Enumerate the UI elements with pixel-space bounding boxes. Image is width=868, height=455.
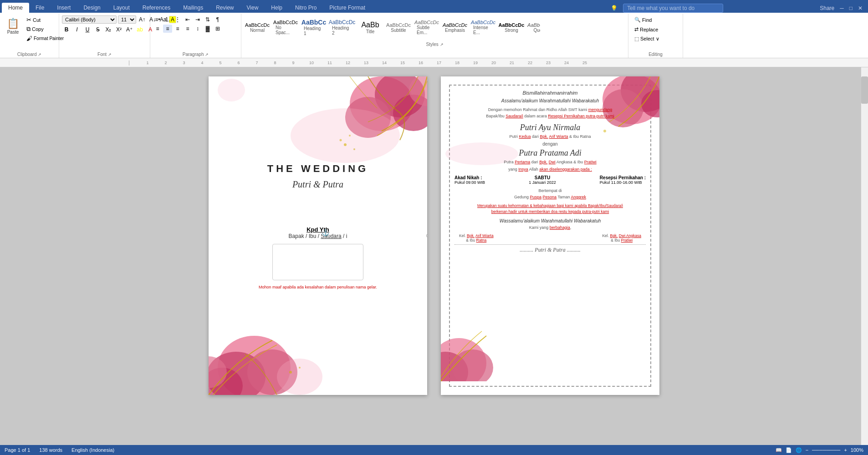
replace-button[interactable]: ⇄ Replace (631, 25, 661, 34)
numbering-button[interactable]: 1. (163, 15, 172, 24)
page1-content: THE WEDDING Putri & Putra Kpd Yth Bapak … (209, 76, 427, 395)
bertempat: Bertempat di (450, 188, 650, 193)
minimize-icon[interactable]: ─ (840, 5, 844, 11)
underline-button[interactable]: U (83, 25, 92, 34)
editing-label: Editing (631, 52, 680, 58)
line-spacing-button[interactable]: ↕ (193, 25, 202, 33)
justify-button[interactable]: ≡ (183, 25, 192, 33)
language: English (Indonesia) (71, 447, 114, 453)
tab-file[interactable]: File (29, 3, 51, 13)
p1-wedding-title: THE WEDDING (209, 163, 427, 175)
dengan-text: Dengan memohon Rahmat dan Ridho Allah SW… (450, 107, 650, 119)
align-right-button[interactable]: ≡ (173, 25, 182, 33)
right-scrollbar[interactable] (861, 67, 868, 455)
align-center-button[interactable]: ≡ (163, 25, 172, 33)
style-strong[interactable]: AaBbCcDc Strong (498, 16, 525, 39)
event-section: Akad Nikah : Pukul 09:00 WIB SABTU 1 Jan… (450, 175, 650, 185)
tab-view[interactable]: View (240, 3, 265, 13)
groom-name: Putra Pratama Adi (450, 148, 650, 158)
style-emphasis[interactable]: AaBbCcDc Emphasis (442, 16, 468, 39)
tab-help[interactable]: Help (265, 3, 289, 13)
font-family-select[interactable]: Calibri (Body) (62, 15, 117, 24)
style-subtitle[interactable]: AaBbCcDc Subtitle (385, 16, 412, 39)
para-row1: ≡• 1. ⋮ ⇤ ⇥ ⇅ ¶ (153, 15, 222, 24)
search-input[interactable] (623, 4, 723, 13)
style-intense-e[interactable]: AaBbCcDc Intense E... (470, 16, 496, 39)
text-highlight-button[interactable]: ab (135, 25, 144, 34)
bold-button[interactable]: B (62, 25, 71, 34)
style-heading1[interactable]: AaBbCc Heading 1 (301, 16, 327, 39)
italic-button[interactable]: I (72, 25, 82, 34)
close-icon[interactable]: ✕ (858, 5, 863, 11)
para-row2: ≡ ≡ ≡ ≡ ↕ ▓ ⊞ (153, 25, 222, 33)
document-area: THE WEDDING Putri & Putra Kpd Yth Bapak … (0, 67, 868, 455)
find-button[interactable]: 🔍 Find (631, 15, 655, 24)
style-no-spacing[interactable]: AaBbCcDc No Spac... (272, 16, 299, 39)
bride-parents: Putri Kedua dari Bpk. Arif Wiarta & Ibu … (450, 134, 650, 139)
tab-bar: Home File Insert Design Layout Reference… (0, 0, 868, 13)
akad-section: Akad Nikah : Pukul 09:00 WIB (454, 175, 485, 185)
grow-font-button[interactable]: A↑ (138, 15, 147, 24)
tab-nitropro[interactable]: Nitro Pro (289, 3, 323, 13)
find-icon: 🔍 (634, 17, 641, 23)
strikethrough-button[interactable]: S̶ (93, 25, 102, 34)
shading-button[interactable]: ▓ (203, 25, 212, 33)
decrease-indent-button[interactable]: ⇤ (183, 15, 192, 24)
borders-button[interactable]: ⊞ (213, 25, 222, 33)
tab-design[interactable]: Design (77, 3, 107, 13)
align-left-button[interactable]: ≡ (153, 25, 162, 33)
paste-button[interactable]: 📋 Paste (3, 15, 23, 37)
style-subtle-em[interactable]: AaBbCcDc Subtle Em... (414, 16, 440, 39)
scroll-thumb[interactable] (861, 76, 868, 104)
honor-text: Merupakan suatu kehormatan & kebahagiaan… (454, 203, 646, 215)
p1-couple-names: Putri & Putra (209, 179, 427, 190)
resepsi-time: Pukul 11.00-16.00 WIB (600, 180, 646, 185)
web-layout-button[interactable]: 🌐 (796, 447, 802, 453)
zoom-out-button[interactable]: − (806, 447, 808, 453)
family-left: Kel. Bpk. Arif Wiarta & Ibu Ratna (459, 233, 494, 243)
page1[interactable]: THE WEDDING Putri & Putra Kpd Yth Bapak … (209, 76, 427, 395)
tab-layout[interactable]: Layout (107, 3, 136, 13)
copy-icon: ⧉ (26, 25, 31, 33)
text-effects-button[interactable]: A⁺ (125, 25, 134, 34)
read-mode-button[interactable]: 📖 (776, 447, 782, 453)
title-bar-right: 💡 Share ─ □ ✕ (611, 4, 868, 13)
p1-address: Kpd Yth Bapak / Ibu / Saudara / i (209, 226, 427, 239)
groom-parents: Putra Pertama dari Bpk. Dwi Angkasa & Ib… (450, 160, 650, 164)
styles-group: AaBbCcDc Normal AaBbCcDc No Spac... AaBb… (241, 14, 628, 58)
styles-scroll: AaBbCcDc Normal AaBbCcDc No Spac... AaBb… (244, 14, 540, 41)
tab-mailings[interactable]: Mailings (177, 3, 209, 13)
subscript-button[interactable]: X₂ (104, 25, 113, 34)
page2[interactable]: Bismillahirrahmanirrahim Assalamu'alaiku… (441, 76, 659, 395)
maximize-icon[interactable]: □ (849, 5, 853, 11)
tab-pictureformat[interactable]: Picture Format (323, 3, 372, 13)
style-heading2[interactable]: AaBbCcDc Heading 2 (329, 16, 355, 39)
tab-home[interactable]: Home (2, 3, 29, 13)
style-normal[interactable]: AaBbCcDc Normal (244, 16, 271, 39)
increase-indent-button[interactable]: ⇥ (193, 15, 202, 24)
paragraph-label: Paragraph ↗ (153, 52, 238, 58)
sort-button[interactable]: ⇅ (203, 15, 212, 24)
style-title[interactable]: AaBb Title (357, 16, 383, 39)
print-layout-button[interactable]: 📄 (786, 447, 792, 453)
select-button[interactable]: ⬚ Select ∨ (631, 35, 663, 43)
multilevel-button[interactable]: ⋮ (173, 15, 182, 24)
tab-review[interactable]: Review (209, 3, 240, 13)
date-section: SABTU 1 Januari 2022 (529, 175, 556, 185)
zoom-in-button[interactable]: + (844, 447, 847, 453)
font-size-select[interactable]: 11 (118, 15, 136, 24)
resepsi-label: Resepsi Pernikahan : (600, 175, 646, 180)
paste-label: Paste (7, 30, 19, 35)
tab-references[interactable]: References (136, 3, 177, 13)
bullets-button[interactable]: ≡• (153, 15, 162, 24)
date-value: 1 Januari 2022 (529, 180, 556, 185)
p1-name-textbox[interactable] (272, 244, 363, 280)
share-button[interactable]: Share (820, 5, 834, 11)
style-quote[interactable]: AaBbCcDc Quote (526, 16, 540, 39)
zoom-slider[interactable]: ──────── (812, 447, 840, 453)
superscript-button[interactable]: X² (114, 25, 123, 34)
page-info: Page 1 of 1 (5, 447, 30, 453)
font-label: Font ↗ (62, 52, 147, 58)
show-hide-button[interactable]: ¶ (213, 15, 222, 24)
tab-insert[interactable]: Insert (51, 3, 77, 13)
